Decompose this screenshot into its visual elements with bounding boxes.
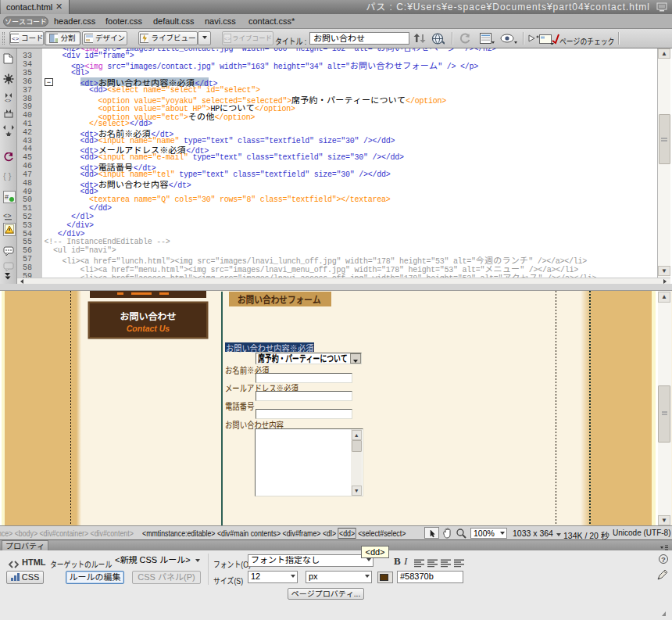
svg-text:<>: <>	[224, 36, 231, 41]
svg-text:<>: <>	[3, 212, 12, 220]
svg-text:<>: <>	[5, 98, 11, 103]
svg-text:{ }: { }	[3, 171, 12, 181]
svg-text:<>: <>	[12, 35, 19, 42]
